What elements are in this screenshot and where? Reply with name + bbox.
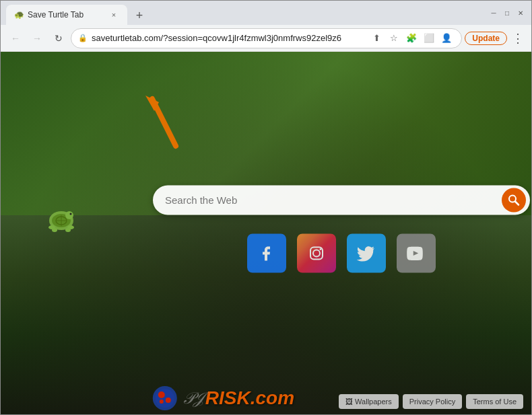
address-input[interactable] (92, 33, 364, 43)
terms-of-use-button[interactable]: Terms of Use (466, 394, 523, 409)
split-view-icon-button[interactable]: ⬜ (421, 30, 437, 46)
close-window-button[interactable]: ✕ (515, 7, 526, 18)
privacy-policy-button[interactable]: Privacy Policy (403, 394, 462, 409)
minimize-button[interactable]: ─ (488, 7, 499, 18)
nav-bar: ← → ↻ 🔒 ⬆ ☆ 🧩 ⬜ 👤 Update ⋮ (1, 25, 531, 52)
svg-point-4 (65, 211, 73, 219)
security-lock-icon: 🔒 (78, 34, 88, 42)
window-controls: ─ □ ✕ (488, 7, 526, 18)
browser-menu-button[interactable]: ⋮ (510, 30, 526, 46)
search-container (153, 185, 530, 272)
social-icons-row (247, 233, 436, 272)
instagram-icon-button[interactable] (297, 233, 336, 272)
facebook-icon-button[interactable] (247, 233, 286, 272)
tab-strip: 🐢 Save Turtle Tab × + (6, 1, 488, 25)
search-input[interactable] (165, 194, 496, 206)
search-icon (508, 194, 520, 206)
active-tab[interactable]: 🐢 Save Turtle Tab × (6, 5, 127, 25)
svg-point-18 (156, 389, 174, 408)
svg-point-17 (320, 248, 322, 250)
browser-window: 🐢 Save Turtle Tab × + ─ □ ✕ ← → ↻ 🔒 ⬆ ☆ … (0, 0, 532, 415)
search-bar (153, 185, 530, 215)
share-icon-button[interactable]: ⬆ (368, 30, 385, 46)
risk-logo-prefix: 𝒫𝒥 (182, 389, 203, 408)
svg-point-16 (313, 250, 320, 256)
svg-point-19 (158, 391, 165, 398)
address-bar: 🔒 ⬆ ☆ 🧩 ⬜ 👤 (71, 28, 462, 48)
risk-logo-text: RISK.com (205, 387, 294, 409)
bookmark-icon-button[interactable]: ☆ (386, 30, 402, 46)
search-button[interactable] (502, 188, 526, 212)
back-button[interactable]: ← (6, 29, 25, 48)
update-button[interactable]: Update (465, 32, 507, 45)
svg-point-8 (65, 228, 71, 232)
bottom-buttons: 🖼 Wallpapers Privacy Policy Terms of Use (339, 394, 523, 409)
svg-point-20 (166, 398, 171, 403)
risk-logo-icon (153, 386, 177, 410)
svg-line-14 (515, 201, 519, 204)
maximize-button[interactable]: □ (502, 7, 512, 18)
bottom-bar: 𝒫𝒥 RISK.com 🖼 Wallpapers Privacy Policy … (1, 385, 531, 414)
youtube-icon-button[interactable] (397, 233, 436, 272)
address-actions: ⬆ ☆ 🧩 ⬜ 👤 (368, 30, 455, 46)
wallpapers-button[interactable]: 🖼 Wallpapers (339, 394, 399, 409)
new-tab-button[interactable]: + (130, 6, 149, 25)
reload-button[interactable]: ↻ (49, 29, 68, 48)
page-content: 𝒫𝒥 RISK.com 🖼 Wallpapers Privacy Policy … (1, 52, 531, 414)
risk-logo-container: 𝒫𝒥 RISK.com (153, 386, 294, 410)
extensions-icon-button[interactable]: 🧩 (403, 30, 420, 46)
profile-icon-button[interactable]: 👤 (438, 30, 455, 46)
svg-point-21 (160, 400, 164, 404)
tab-title: Save Turtle Tab (28, 10, 104, 20)
title-bar: 🐢 Save Turtle Tab × + ─ □ ✕ (1, 1, 531, 25)
svg-point-7 (52, 228, 57, 232)
forward-button[interactable]: → (28, 29, 46, 48)
svg-point-9 (70, 213, 72, 215)
tab-favicon: 🐢 (14, 10, 24, 20)
turtle-logo (41, 202, 81, 238)
tab-close-button[interactable]: × (108, 9, 119, 20)
twitter-icon-button[interactable] (347, 233, 386, 272)
